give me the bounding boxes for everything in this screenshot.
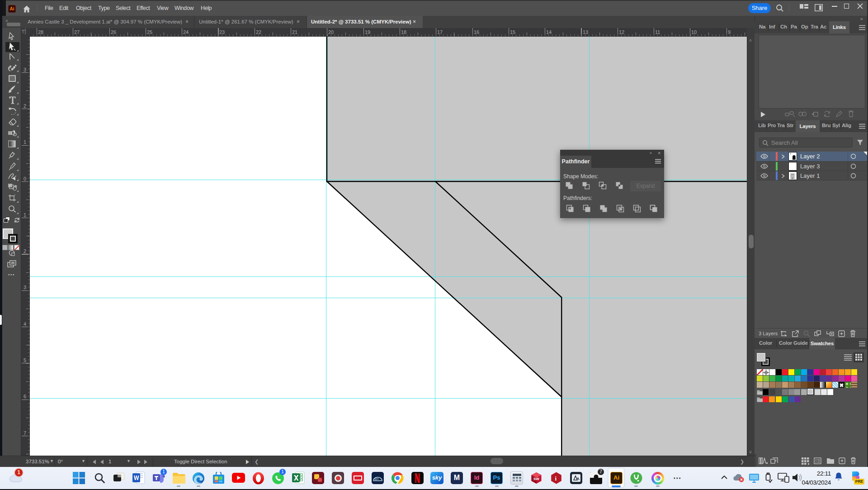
svg-text:i: i [555,475,557,482]
svg-text:D+: D+ [375,477,379,480]
svg-text:SW: SW [533,477,539,481]
